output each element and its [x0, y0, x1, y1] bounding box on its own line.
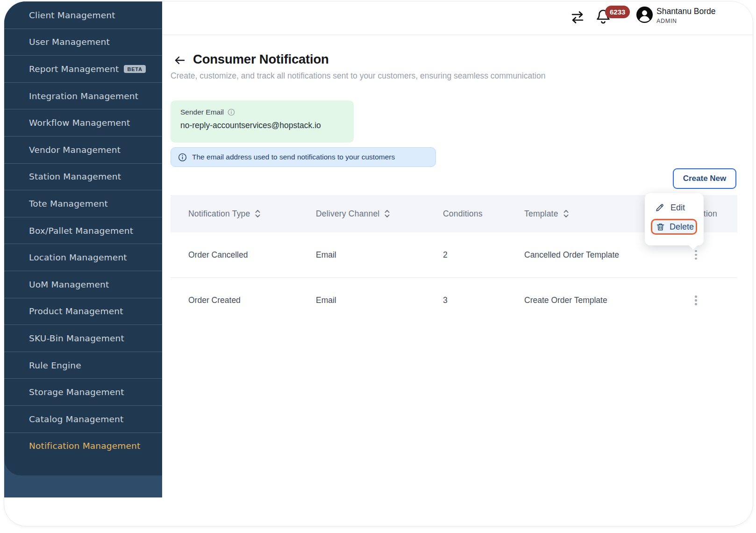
info-banner: The email address used to send notificat…	[171, 147, 436, 167]
cell-template: Cancelled Order Template	[506, 250, 676, 260]
sidebar-item-label: Station Management	[29, 172, 121, 181]
sidebar-item-label: Vendor Management	[29, 145, 121, 155]
sidebar-item-label: Storage Management	[29, 387, 124, 397]
sidebar-item-label: Box/Pallet Management	[29, 226, 133, 236]
transfer-arrows-icon	[570, 9, 585, 25]
sidebar-item-rule-engine[interactable]: Rule Engine	[4, 352, 162, 379]
column-header-notification-type[interactable]: Notification Type	[171, 209, 298, 219]
sidebar-item-product-management[interactable]: Product Management	[4, 298, 162, 325]
sidebar-item-station-management[interactable]: Station Management	[4, 163, 162, 190]
sidebar-item-label: Integration Management	[29, 91, 138, 101]
user-role: ADMIN	[656, 18, 716, 24]
kebab-menu-icon	[695, 295, 697, 298]
sort-icon[interactable]	[255, 209, 261, 218]
sidebar-item-tote-management[interactable]: Tote Management	[4, 190, 162, 217]
sidebar-item-label: Workflow Management	[29, 118, 130, 128]
sidebar-item-catalog-management[interactable]: Catalog Management	[4, 405, 162, 432]
menu-item-edit[interactable]: Edit	[645, 199, 704, 216]
page-title: Consumer Notification	[193, 52, 329, 67]
sidebar-item-label: Rule Engine	[29, 360, 81, 370]
sidebar-item-label: Product Management	[29, 306, 123, 316]
sidebar-item-workflow-management[interactable]: Workflow Management	[4, 109, 162, 136]
sidebar-item-sku-bin-management[interactable]: SKU-Bin Management	[4, 324, 162, 352]
sidebar-item-vendor-management[interactable]: Vendor Management	[4, 136, 162, 163]
back-arrow-icon	[173, 54, 186, 67]
back-button[interactable]	[173, 54, 186, 67]
menu-item-delete[interactable]: Delete	[651, 219, 697, 235]
info-icon	[178, 153, 187, 162]
sidebar-item-integration-management[interactable]: Integration Management	[4, 82, 162, 109]
sidebar-item-label: Catalog Management	[29, 414, 123, 424]
column-header-conditions: Conditions	[425, 209, 506, 219]
pencil-icon	[655, 203, 664, 212]
sidebar-item-storage-management[interactable]: Storage Management	[4, 378, 162, 405]
page-subtitle: Create, customize, and track all notific…	[171, 71, 545, 81]
user-avatar[interactable]	[636, 6, 653, 23]
sidebar-item-label: UoM Management	[29, 280, 109, 289]
cell-template: Create Order Template	[506, 295, 676, 305]
sidebar-item-label: Location Management	[29, 252, 127, 262]
trash-icon	[656, 223, 665, 231]
sidebar-item-label: User Management	[29, 37, 110, 47]
sidebar-item-notification-management[interactable]: Notification Management	[4, 432, 162, 460]
sidebar-item-client-management[interactable]: Client Management	[4, 1, 162, 29]
info-banner-text: The email address used to send notificat…	[192, 153, 395, 161]
column-header-delivery-channel[interactable]: Delivery Channel	[298, 209, 425, 219]
cell-delivery-channel: Email	[298, 295, 425, 305]
sidebar-item-uom-management[interactable]: UoM Management	[4, 271, 162, 298]
sidebar: Client Management User Management Report…	[4, 1, 162, 497]
user-name: Shantanu Borde	[656, 7, 716, 16]
cell-notification-type: Order Cancelled	[171, 250, 298, 260]
sidebar-item-label: Client Management	[29, 10, 115, 20]
beta-badge: BETA	[124, 65, 145, 73]
sidebar-item-label: Notification Management	[29, 441, 141, 451]
cell-conditions: 3	[425, 295, 506, 305]
sidebar-item-label: Tote Management	[29, 199, 108, 209]
sidebar-item-label: SKU-Bin Management	[29, 333, 124, 343]
topbar: 6233 Shantanu Borde ADMIN	[162, 1, 753, 35]
table-row: Order Created Email 3 Create Order Templ…	[171, 278, 737, 323]
row-actions-kebab[interactable]	[693, 247, 699, 263]
create-new-button[interactable]: Create New	[673, 168, 736, 189]
sidebar-item-label: Report Management	[29, 64, 119, 74]
sender-email-panel: Sender Email no-reply-accountservices@ho…	[171, 101, 354, 143]
cell-notification-type: Order Created	[171, 295, 298, 305]
kebab-menu-icon	[695, 250, 697, 252]
transfer-arrows-button[interactable]	[570, 8, 587, 26]
info-icon[interactable]	[228, 108, 235, 116]
row-actions-kebab[interactable]	[693, 293, 699, 308]
notification-count-badge: 6233	[605, 6, 630, 18]
sidebar-menu: Client Management User Management Report…	[4, 1, 162, 475]
sender-email-label: Sender Email	[180, 108, 224, 116]
sidebar-item-location-management[interactable]: Location Management	[4, 244, 162, 271]
sidebar-item-report-management[interactable]: Report ManagementBETA	[4, 55, 162, 82]
notifications-button[interactable]: 6233	[596, 8, 631, 29]
sort-icon[interactable]	[563, 209, 569, 218]
sidebar-item-box-pallet-management[interactable]: Box/Pallet Management	[4, 217, 162, 244]
sort-icon[interactable]	[384, 209, 390, 218]
row-actions-menu: Edit Delete	[645, 193, 704, 245]
cell-delivery-channel: Email	[298, 250, 425, 260]
sender-email-value: no-reply-accountservices@hopstack.io	[180, 121, 344, 130]
user-menu[interactable]: Shantanu Borde ADMIN	[656, 7, 716, 24]
sidebar-item-user-management[interactable]: User Management	[4, 29, 162, 56]
app-window: Client Management User Management Report…	[4, 1, 753, 526]
cell-conditions: 2	[425, 250, 506, 260]
